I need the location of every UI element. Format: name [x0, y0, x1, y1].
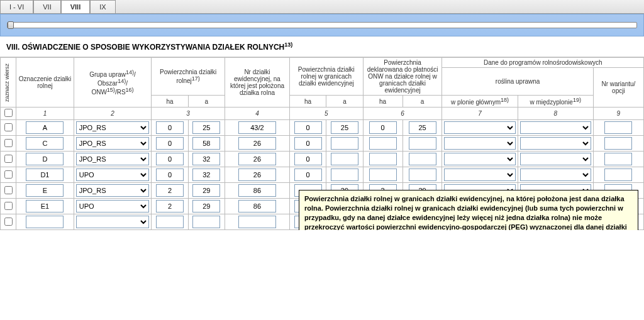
tab-9[interactable]: IX	[90, 0, 115, 13]
ha1-input[interactable]	[156, 153, 184, 165]
tab-1-6[interactable]: I - VI	[0, 0, 33, 13]
subheader-plon-glowny: w plonie głównym18)	[442, 96, 518, 108]
header-checkbox[interactable]	[4, 109, 13, 117]
nr-dzialki-input[interactable]	[238, 121, 276, 134]
ha1-input[interactable]	[156, 184, 184, 197]
ha3-input[interactable]	[369, 137, 397, 150]
nr-dzialki-input[interactable]	[238, 137, 276, 150]
ha2-input[interactable]	[294, 121, 322, 134]
miedzyplon-select[interactable]	[520, 121, 591, 134]
grupa-select[interactable]	[76, 216, 150, 228]
a1-input[interactable]	[192, 184, 220, 197]
wariant-input[interactable]	[604, 137, 632, 150]
grupa-select[interactable]: JPO_RS	[76, 137, 150, 150]
oznaczenie-input[interactable]	[26, 153, 64, 165]
wariant-input[interactable]	[604, 168, 632, 181]
ha3-input[interactable]	[369, 121, 397, 134]
tab-8[interactable]: VIII	[61, 0, 91, 13]
a1-input[interactable]	[192, 216, 220, 228]
grupa-select[interactable]: JPO_RS	[76, 184, 150, 197]
row-checkbox[interactable]	[4, 170, 13, 179]
a2-input[interactable]	[331, 153, 358, 165]
colnum-3: 3	[152, 108, 225, 120]
subheader-a-2: a	[326, 96, 363, 108]
row-checkbox[interactable]	[4, 139, 13, 147]
row-checkbox[interactable]	[4, 202, 13, 210]
colnum-2: 2	[74, 108, 152, 120]
a1-input[interactable]	[192, 168, 220, 181]
a3-input[interactable]	[409, 121, 436, 134]
ha1-input[interactable]	[156, 216, 184, 228]
ha1-input[interactable]	[156, 200, 184, 212]
a3-input[interactable]	[409, 137, 436, 150]
section-title: VIII. OŚWIADCZENIE O SPOSOBIE WYKORZYSTY…	[0, 36, 644, 57]
ha1-input[interactable]	[156, 168, 184, 181]
grupa-select[interactable]: UPO	[76, 200, 150, 212]
wariant-input[interactable]	[604, 153, 632, 165]
nr-dzialki-input[interactable]	[238, 200, 276, 212]
horizontal-slider-bar	[0, 14, 644, 36]
row-checkbox[interactable]	[4, 218, 13, 226]
plon-glowny-select[interactable]	[444, 121, 515, 134]
miedzyplon-select[interactable]	[520, 137, 591, 150]
a2-input[interactable]	[331, 168, 358, 181]
row-checkbox[interactable]	[4, 155, 13, 163]
ha3-input[interactable]	[369, 168, 397, 181]
plon-glowny-select[interactable]	[444, 137, 515, 150]
row-checkbox[interactable]	[4, 123, 13, 131]
ha1-input[interactable]	[156, 121, 184, 134]
slider-thumb[interactable]	[8, 21, 14, 29]
table-row: JPO_RS	[1, 120, 644, 136]
subheader-miedzyplon: w międzyplonie19)	[518, 96, 593, 108]
grupa-select[interactable]: UPO	[76, 168, 150, 181]
ha2-input[interactable]	[294, 137, 322, 150]
oznaczenie-input[interactable]	[26, 200, 64, 212]
table-row: JPO_RS	[1, 136, 644, 152]
ha2-input[interactable]	[294, 153, 322, 165]
row-checkbox[interactable]	[4, 186, 13, 194]
oznaczenie-input[interactable]	[26, 121, 64, 134]
tab-bar: I - VI VII VIII IX	[0, 0, 644, 14]
grupa-select[interactable]: JPO_RS	[76, 121, 150, 134]
oznaczenie-input[interactable]	[26, 184, 64, 197]
oznaczenie-input[interactable]	[26, 168, 64, 181]
a1-input[interactable]	[192, 200, 220, 212]
nr-dzialki-input[interactable]	[238, 153, 276, 165]
ha1-input[interactable]	[156, 137, 184, 150]
a1-input[interactable]	[192, 121, 220, 134]
a1-input[interactable]	[192, 153, 220, 165]
wariant-input[interactable]	[604, 121, 632, 134]
nr-dzialki-input[interactable]	[238, 168, 276, 181]
grupa-select[interactable]: JPO_RS	[76, 153, 150, 165]
header-nr-dzialki: Nr działki ewidencyjnej, na której jest …	[225, 58, 289, 108]
tooltip-help: Powierzchnia działki rolnej w granicach …	[299, 190, 638, 230]
miedzyplon-select[interactable]	[520, 168, 591, 181]
nr-dzialki-input[interactable]	[238, 216, 276, 228]
a2-input[interactable]	[331, 137, 358, 150]
miedzyplon-select[interactable]	[520, 153, 591, 165]
a3-input[interactable]	[409, 153, 436, 165]
subheader-a-3: a	[402, 96, 442, 108]
ha2-input[interactable]	[294, 168, 322, 181]
oznaczenie-input[interactable]	[26, 216, 64, 228]
subheader-ha-3: ha	[363, 96, 402, 108]
subheader-ha-1: ha	[152, 96, 188, 108]
tab-7[interactable]: VII	[33, 0, 60, 13]
slider-track[interactable]	[7, 22, 637, 28]
subheader-a-1: a	[188, 96, 225, 108]
nr-dzialki-input[interactable]	[238, 184, 276, 197]
header-pow-dzialki: Powierzchnia działki rolnej17)	[152, 58, 225, 96]
a3-input[interactable]	[409, 168, 436, 181]
colnum-4: 4	[225, 108, 289, 120]
a1-input[interactable]	[192, 137, 220, 150]
ha3-input[interactable]	[369, 153, 397, 165]
table-row: JPO_RS	[1, 152, 644, 167]
plon-glowny-select[interactable]	[444, 153, 515, 165]
header-pow-deklar: Powierzchnia deklarowana do płatności ON…	[363, 58, 442, 96]
plon-glowny-select[interactable]	[444, 168, 515, 181]
header-nr-wariantu: Nr wariantu/ opcji	[593, 68, 643, 108]
a2-input[interactable]	[331, 121, 358, 134]
subheader-ha-2: ha	[289, 96, 326, 108]
oznaczenie-input[interactable]	[26, 137, 64, 150]
header-grupa: Grupa upraw14)/ Obszar14)/ ONW15)/RS16)	[74, 58, 152, 108]
